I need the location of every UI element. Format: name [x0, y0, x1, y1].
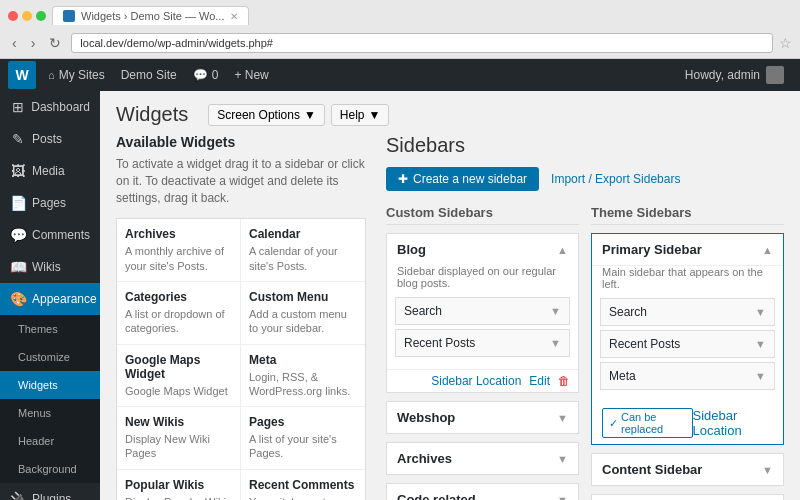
custom-sidebars-title: Custom Sidebars [386, 205, 579, 225]
available-widgets-title: Available Widgets [116, 134, 366, 150]
widget-newwikis-desc: Display New Wiki Pages [125, 432, 232, 461]
back-button[interactable]: ‹ [8, 33, 21, 53]
sidebar-subitem-header[interactable]: Header [0, 427, 100, 455]
widget-googlemaps[interactable]: Google Maps Widget Google Maps Widget [117, 345, 241, 408]
new-label: + New [234, 68, 268, 82]
sidebar-coderelated-chevron: ▼ [557, 494, 568, 501]
widget-archives-name: Archives [125, 227, 232, 241]
primary-recentposts-chevron: ▼ [755, 338, 766, 350]
sidebar-item-comments[interactable]: 💬 Comments [0, 219, 100, 251]
help-button[interactable]: Help ▼ [331, 104, 390, 126]
widget-categories-name: Categories [125, 290, 232, 304]
minimize-dot[interactable] [22, 11, 32, 21]
widget-categories[interactable]: Categories A list or dropdown of categor… [117, 282, 241, 345]
theme-sidebars-title: Theme Sidebars [591, 205, 784, 225]
admin-avatar [766, 66, 784, 84]
sidebar-webshop-header[interactable]: Webshop ▼ [387, 402, 578, 433]
sidebar-footer-header[interactable]: Footer Widget Area ▼ [592, 495, 783, 500]
widget-archives[interactable]: Archives A monthly archive of your site'… [117, 219, 241, 282]
wp-content: Widgets Screen Options ▼ Help ▼ Availabl… [100, 91, 800, 500]
admin-bar-right: Howdy, admin [677, 66, 792, 84]
sidebar-item-plugins[interactable]: 🔌 Plugins [0, 483, 100, 500]
sidebar-primary-header[interactable]: Primary Sidebar ▲ [592, 234, 783, 266]
sidebar-coderelated-title: Code related [397, 492, 476, 500]
home-icon: ⌂ [48, 69, 55, 81]
blog-search-chevron: ▼ [550, 305, 561, 317]
sidebar-archives-header[interactable]: Archives ▼ [387, 443, 578, 474]
sidebar-webshop-chevron: ▼ [557, 412, 568, 424]
sidebar-subitem-widgets[interactable]: Widgets [0, 371, 100, 399]
primary-location-link[interactable]: Sidebar Location [693, 408, 774, 438]
tab-close-icon[interactable]: ✕ [230, 11, 238, 22]
widget-pages[interactable]: Pages A list of your site's Pages. [241, 407, 365, 470]
themes-label: Themes [18, 323, 58, 335]
blog-widget-recentposts[interactable]: Recent Posts ▼ [395, 329, 570, 357]
sidebar-subitem-background[interactable]: Background [0, 455, 100, 483]
widget-popularwikis[interactable]: Popular Wikis Display Popular Wiki Pages [117, 470, 241, 500]
blog-widget-search[interactable]: Search ▼ [395, 297, 570, 325]
widget-meta[interactable]: Meta Login, RSS, & WordPress.org links. [241, 345, 365, 408]
plus-icon: ✚ [398, 172, 408, 186]
sidebar-blog-chevron: ▲ [557, 244, 568, 256]
widget-newwikis[interactable]: New Wikis Display New Wiki Pages [117, 407, 241, 470]
browser-tab[interactable]: Widgets › Demo Site — Wo... ✕ [52, 6, 249, 25]
sidebar-coderelated-header[interactable]: Code related ▼ [387, 484, 578, 500]
primary-widget-recentposts[interactable]: Recent Posts ▼ [600, 330, 775, 358]
admin-bar-new[interactable]: + New [226, 59, 276, 91]
sidebars-columns: Custom Sidebars Blog ▲ Sidebar displayed… [386, 205, 784, 500]
primary-search-chevron: ▼ [755, 306, 766, 318]
sidebar-location-link[interactable]: Sidebar Location [431, 374, 521, 388]
admin-bar-demosite[interactable]: Demo Site [113, 59, 185, 91]
primary-widget-search[interactable]: Search ▼ [600, 298, 775, 326]
admin-bar-comments[interactable]: 💬 0 [185, 59, 227, 91]
pages-icon: 📄 [10, 195, 26, 211]
wp-logo[interactable]: W [8, 61, 36, 89]
widget-custommenu-desc: Add a custom menu to your sidebar. [249, 307, 357, 336]
sidebar-archives-title: Archives [397, 451, 452, 466]
sidebar-coderelated-box: Code related ▼ [386, 483, 579, 500]
plugins-icon: 🔌 [10, 491, 26, 500]
sidebar-item-pages[interactable]: 📄 Pages [0, 187, 100, 219]
sidebar-subitem-customize[interactable]: Customize [0, 343, 100, 371]
screen-options-button[interactable]: Screen Options ▼ [208, 104, 325, 126]
sidebar-item-wikis[interactable]: 📖 Wikis [0, 251, 100, 283]
sidebar-subitem-menus[interactable]: Menus [0, 399, 100, 427]
widget-pages-name: Pages [249, 415, 357, 429]
sidebar-blog-header[interactable]: Blog ▲ [387, 234, 578, 265]
widget-custommenu[interactable]: Custom Menu Add a custom menu to your si… [241, 282, 365, 345]
widget-recentcomments[interactable]: Recent Comments Your site's most recent … [241, 470, 365, 500]
refresh-button[interactable]: ↻ [45, 33, 65, 53]
create-sidebar-button[interactable]: ✚ Create a new sidebar [386, 167, 539, 191]
sidebar-item-dashboard[interactable]: ⊞ Dashboard [0, 91, 100, 123]
import-export-link[interactable]: Import / Export Sidebars [551, 172, 680, 186]
bookmark-icon[interactable]: ☆ [779, 35, 792, 51]
widget-calendar[interactable]: Calendar A calendar of your site's Posts… [241, 219, 365, 282]
sidebar-content-header[interactable]: Content Sidebar ▼ [592, 454, 783, 485]
sidebar-item-posts[interactable]: ✎ Posts [0, 123, 100, 155]
screen-options-label: Screen Options [217, 108, 300, 122]
sidebar-blog-desc: Sidebar displayed on our regular blog po… [387, 265, 578, 297]
primary-search-label: Search [609, 305, 647, 319]
widget-archives-desc: A monthly archive of your site's Posts. [125, 244, 232, 273]
admin-bar-mysites[interactable]: ⌂ My Sites [40, 59, 113, 91]
widget-custommenu-name: Custom Menu [249, 290, 357, 304]
maximize-dot[interactable] [36, 11, 46, 21]
widget-meta-name: Meta [249, 353, 357, 367]
primary-recentposts-label: Recent Posts [609, 337, 680, 351]
forward-button[interactable]: › [27, 33, 40, 53]
sidebar-blog-footer: Sidebar Location Edit 🗑 [387, 369, 578, 392]
close-dot[interactable] [8, 11, 18, 21]
blog-delete-icon[interactable]: 🗑 [558, 374, 570, 388]
address-field[interactable] [71, 33, 773, 53]
blog-edit-link[interactable]: Edit [529, 374, 550, 388]
sidebar-item-media[interactable]: 🖼 Media [0, 155, 100, 187]
widget-popularwikis-name: Popular Wikis [125, 478, 232, 492]
comments-icon: 💬 [10, 227, 26, 243]
comments-label: Comments [32, 228, 90, 242]
howdy-section[interactable]: Howdy, admin [685, 66, 784, 84]
sidebar-item-appearance[interactable]: 🎨 Appearance [0, 283, 100, 315]
primary-widget-meta[interactable]: Meta ▼ [600, 362, 775, 390]
sidebar-subitem-themes[interactable]: Themes [0, 315, 100, 343]
sidebar-blog-box: Blog ▲ Sidebar displayed on our regular … [386, 233, 579, 393]
customize-label: Customize [18, 351, 70, 363]
